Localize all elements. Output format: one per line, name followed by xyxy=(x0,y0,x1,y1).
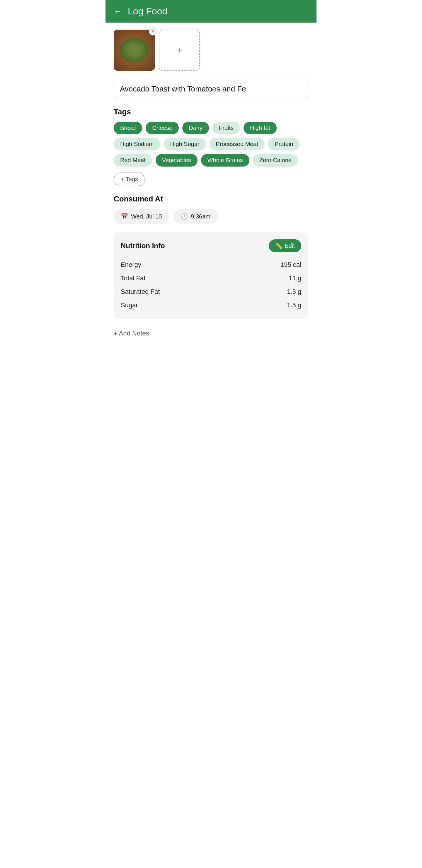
plus-icon: + xyxy=(177,45,182,56)
nutrition-row: Total Fat 11 g xyxy=(121,272,301,285)
back-button[interactable]: ← xyxy=(114,7,122,16)
nutrition-rows: Energy 195 cal Total Fat 11 g Saturated … xyxy=(121,258,301,312)
page-title: Log Food xyxy=(128,6,167,17)
date-button[interactable]: 📅 Wed, Jul 10 xyxy=(114,209,169,224)
add-tags-button[interactable]: + Tags xyxy=(114,173,145,186)
pencil-icon: ✏️ xyxy=(275,242,283,249)
tag-red-meat[interactable]: Red Meat xyxy=(114,154,152,166)
tag-high-sodium[interactable]: High Sodium xyxy=(114,138,160,150)
tags-container: BreadCheeseDairyFruitsHigh fatHigh Sodiu… xyxy=(114,122,308,166)
nutrition-row: Saturated Fat 1.5 g xyxy=(121,285,301,299)
food-photo-image xyxy=(114,30,155,71)
add-photo-button[interactable]: + xyxy=(159,30,200,71)
nutrition-label: Energy xyxy=(121,261,141,269)
consumed-date: Wed, Jul 10 xyxy=(131,213,162,220)
tag-protein[interactable]: Protein xyxy=(268,138,299,150)
app-header: ← Log Food xyxy=(105,0,317,23)
consumed-section: Consumed At 📅 Wed, Jul 10 🕐 9:36am xyxy=(114,194,308,224)
clock-icon: 🕐 xyxy=(181,213,188,220)
tag-high-sugar[interactable]: High Sugar xyxy=(164,138,206,150)
nutrition-value: 11 g xyxy=(289,275,301,282)
consumed-row: 📅 Wed, Jul 10 🕐 9:36am xyxy=(114,209,308,224)
add-notes-button[interactable]: + Add Notes xyxy=(114,327,149,340)
add-notes-label: + Add Notes xyxy=(114,330,149,337)
tag-dairy[interactable]: Dairy xyxy=(182,122,209,134)
tag-high-fat[interactable]: High fat xyxy=(244,122,277,134)
tags-section: Tags BreadCheeseDairyFruitsHigh fatHigh … xyxy=(114,107,308,186)
close-icon: ✕ xyxy=(151,29,155,34)
tag-vegetables[interactable]: Vegetables xyxy=(156,154,197,166)
tag-cheese[interactable]: Cheese xyxy=(145,122,179,134)
edit-label: Edit xyxy=(285,243,295,249)
tag-zero-calorie[interactable]: Zero Calorie xyxy=(253,154,298,166)
tag-processed-meat[interactable]: Processed Meat xyxy=(209,138,265,150)
consumed-time: 9:36am xyxy=(191,213,210,220)
tag-whole-grains[interactable]: Whole Grains xyxy=(201,154,249,166)
calendar-icon: 📅 xyxy=(121,213,128,220)
nutrition-card: Nutrition Info ✏️ Edit Energy 195 cal To… xyxy=(114,232,308,319)
nutrition-title: Nutrition Info xyxy=(121,242,165,250)
nutrition-header: Nutrition Info ✏️ Edit xyxy=(121,239,301,252)
remove-photo-button[interactable]: ✕ xyxy=(149,27,157,35)
photo-row: ✕ + xyxy=(114,30,308,71)
food-photo-container: ✕ xyxy=(114,30,155,71)
nutrition-row: Energy 195 cal xyxy=(121,258,301,272)
nutrition-value: 1.5 g xyxy=(287,302,301,309)
nutrition-label: Saturated Fat xyxy=(121,288,160,296)
food-name-input[interactable] xyxy=(114,79,308,99)
nutrition-label: Sugar xyxy=(121,302,138,309)
nutrition-value: 1.5 g xyxy=(287,288,301,296)
nutrition-value: 195 cal xyxy=(281,261,301,269)
nutrition-row: Sugar 1.5 g xyxy=(121,299,301,312)
tags-title: Tags xyxy=(114,107,308,116)
nutrition-label: Total Fat xyxy=(121,275,145,282)
tag-bread[interactable]: Bread xyxy=(114,122,142,134)
tag-fruits[interactable]: Fruits xyxy=(213,122,240,134)
time-button[interactable]: 🕐 9:36am xyxy=(173,209,218,224)
edit-nutrition-button[interactable]: ✏️ Edit xyxy=(269,239,301,252)
add-tags-label: + Tags xyxy=(121,176,138,183)
food-photo[interactable] xyxy=(114,30,155,71)
consumed-title: Consumed At xyxy=(114,194,308,204)
